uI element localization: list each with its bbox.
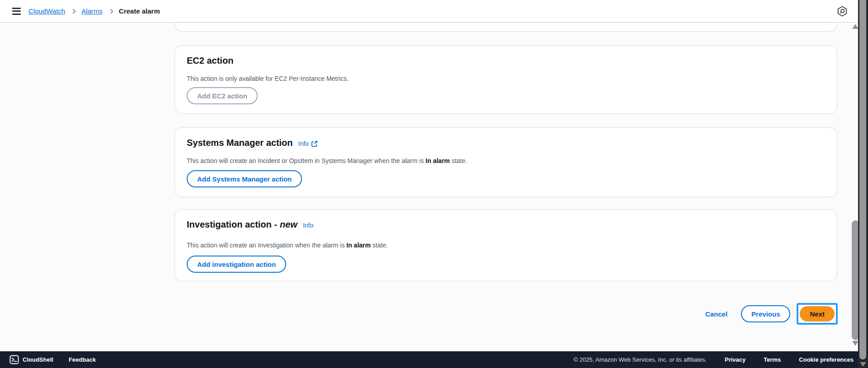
investigation-description: This action will create an Investigation… xyxy=(187,241,825,249)
next-button-focus-ring: Next xyxy=(797,303,838,325)
privacy-link[interactable]: Privacy xyxy=(725,356,745,363)
console-footer: CloudShell Feedback © 2025, Amazon Web S… xyxy=(0,351,868,368)
new-badge-text: new xyxy=(280,219,297,229)
add-systems-manager-action-button[interactable]: Add Systems Manager action xyxy=(187,170,302,187)
menu-icon[interactable] xyxy=(12,8,21,15)
systems-manager-title: Systems Manager action xyxy=(187,137,293,149)
browser-scrollbar[interactable] xyxy=(858,0,868,368)
browser-scroll-down-arrow-icon[interactable] xyxy=(860,362,866,367)
systems-manager-action-card: Systems Manager action Info This action … xyxy=(175,127,837,197)
add-ec2-action-button[interactable]: Add EC2 action xyxy=(187,87,258,104)
scroll-down-arrow-icon[interactable] xyxy=(852,341,859,346)
cloudshell-icon xyxy=(9,355,19,364)
console-top-bar: CloudWatch Alarms Create alarm xyxy=(0,0,868,23)
breadcrumb-alarms[interactable]: Alarms xyxy=(81,7,103,15)
investigation-info-link[interactable]: Info xyxy=(303,222,313,229)
info-link-label: Info xyxy=(298,140,309,147)
ec2-action-card: EC2 action This action is only available… xyxy=(175,45,837,114)
breadcrumb-cloudwatch[interactable]: CloudWatch xyxy=(28,7,65,15)
external-link-icon xyxy=(311,140,318,147)
chevron-right-icon xyxy=(71,9,75,14)
add-investigation-action-button[interactable]: Add investigation action xyxy=(187,256,286,273)
terms-link[interactable]: Terms xyxy=(764,356,781,363)
amazon-q-icon[interactable] xyxy=(836,5,848,17)
chevron-right-icon xyxy=(108,9,113,14)
systems-manager-description: This action will create an Incident or O… xyxy=(187,157,825,165)
systems-manager-info-link[interactable]: Info xyxy=(298,140,318,147)
browser-scrollbar-thumb[interactable] xyxy=(859,0,866,359)
cookie-preferences-link[interactable]: Cookie preferences xyxy=(799,356,854,363)
wizard-actions-row: Cancel Previous Next xyxy=(175,304,838,324)
previous-card-bottom-edge xyxy=(175,23,837,32)
next-button[interactable]: Next xyxy=(800,306,835,321)
cancel-button[interactable]: Cancel xyxy=(705,310,727,318)
investigation-title: Investigation action -new xyxy=(187,219,297,230)
investigation-action-card: Investigation action -new Info This acti… xyxy=(175,209,837,281)
copyright-text: © 2025, Amazon Web Services, Inc. or its… xyxy=(573,356,707,363)
ec2-action-title: EC2 action xyxy=(187,55,233,66)
cloudshell-button[interactable]: CloudShell xyxy=(9,355,53,364)
ec2-action-description: This action is only available for EC2 Pe… xyxy=(187,75,825,83)
cloudshell-label: CloudShell xyxy=(23,356,53,363)
info-link-label: Info xyxy=(303,222,313,229)
previous-button[interactable]: Previous xyxy=(741,305,790,322)
scroll-up-arrow-icon[interactable] xyxy=(852,24,859,29)
breadcrumb: CloudWatch Alarms Create alarm xyxy=(28,7,160,15)
breadcrumb-current: Create alarm xyxy=(119,7,160,15)
feedback-button[interactable]: Feedback xyxy=(69,356,96,363)
feedback-label: Feedback xyxy=(69,356,96,363)
